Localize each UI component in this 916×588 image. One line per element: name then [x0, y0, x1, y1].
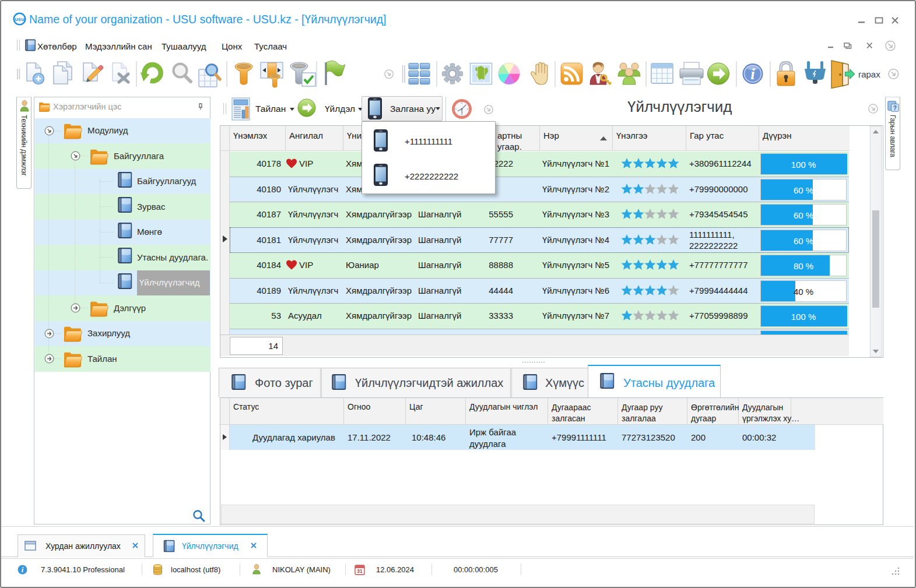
svg-text:usu: usu [15, 16, 24, 22]
svg-text:i: i [750, 65, 755, 83]
svg-text:31: 31 [357, 568, 363, 574]
svg-text:i: i [22, 565, 24, 574]
